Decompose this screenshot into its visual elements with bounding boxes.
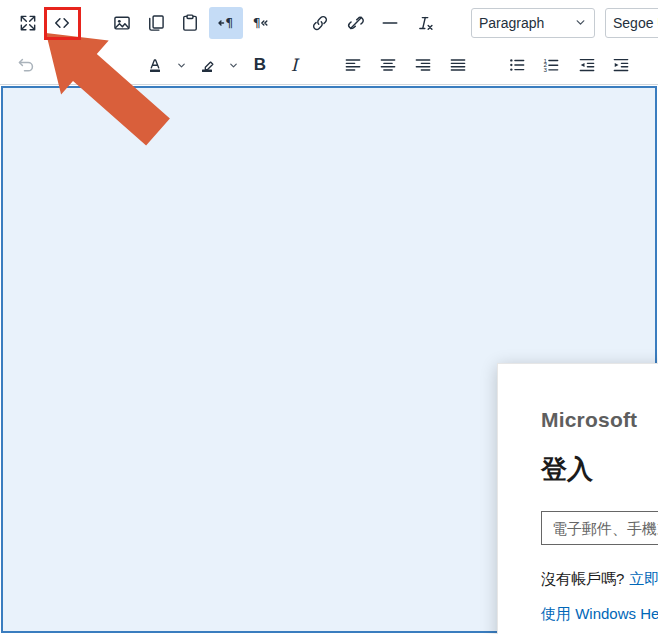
chevron-down-icon bbox=[574, 16, 587, 29]
text-color-icon bbox=[145, 55, 165, 75]
unlink-button[interactable] bbox=[339, 7, 373, 39]
bold-button[interactable]: B bbox=[243, 50, 277, 80]
bold-icon: B bbox=[254, 55, 266, 75]
chevron-down-icon bbox=[228, 60, 239, 71]
svg-text:¶: ¶ bbox=[225, 15, 233, 30]
fullscreen-button[interactable] bbox=[11, 7, 45, 39]
align-left-button[interactable] bbox=[335, 50, 370, 80]
highlight-color-button[interactable] bbox=[191, 50, 223, 80]
link-icon bbox=[310, 13, 330, 33]
align-right-button[interactable] bbox=[405, 50, 440, 80]
redo-button[interactable] bbox=[46, 50, 80, 80]
align-left-icon bbox=[343, 55, 363, 75]
redo-icon bbox=[53, 55, 73, 75]
paragraph-format-value: Paragraph bbox=[479, 15, 544, 31]
source-code-icon bbox=[52, 13, 72, 33]
font-family-select[interactable]: Segoe UI bbox=[605, 8, 658, 38]
unlink-icon bbox=[346, 13, 366, 33]
paragraph-rtl-icon: ¶ bbox=[250, 13, 270, 33]
horizontal-rule-button[interactable] bbox=[373, 7, 407, 39]
svg-text:3: 3 bbox=[544, 66, 548, 73]
italic-icon: I bbox=[291, 55, 298, 75]
highlight-color-icon bbox=[197, 55, 217, 75]
copy-icon bbox=[146, 13, 166, 33]
chevron-down-icon bbox=[176, 60, 187, 71]
numbered-list-icon: 1 2 3 bbox=[541, 55, 561, 75]
align-justify-icon bbox=[448, 55, 468, 75]
bullet-list-icon bbox=[507, 55, 527, 75]
insert-image-button[interactable] bbox=[105, 7, 139, 39]
align-right-icon bbox=[413, 55, 433, 75]
text-color-dropdown-button[interactable] bbox=[171, 50, 191, 80]
svg-text:¶: ¶ bbox=[253, 15, 261, 30]
clear-formatting-icon bbox=[414, 13, 434, 33]
microsoft-wordmark: Microsoft bbox=[541, 408, 658, 432]
paragraph-format-select[interactable]: Paragraph bbox=[471, 8, 595, 38]
clear-formatting-button[interactable] bbox=[407, 7, 441, 39]
image-icon bbox=[112, 13, 132, 33]
source-code-button[interactable] bbox=[45, 7, 79, 39]
paste-button[interactable] bbox=[173, 7, 207, 39]
undo-button[interactable] bbox=[10, 50, 44, 80]
font-family-value: Segoe UI bbox=[613, 15, 658, 31]
toolbar-row-2: B I bbox=[0, 45, 658, 85]
no-account-text: 沒有帳戶嗎? bbox=[541, 570, 624, 587]
text-color-button[interactable] bbox=[139, 50, 171, 80]
windows-hello-link[interactable]: 使用 Windows Hello 或安全性金鑰登入 bbox=[541, 605, 658, 624]
numbered-list-button[interactable]: 1 2 3 bbox=[534, 50, 568, 80]
outdent-button[interactable] bbox=[570, 50, 604, 80]
highlight-color-dropdown-button[interactable] bbox=[223, 50, 243, 80]
email-input[interactable] bbox=[541, 511, 658, 545]
editor-toolbar: ¶ ¶ bbox=[0, 0, 658, 85]
outdent-icon bbox=[577, 55, 597, 75]
text-color-split-button bbox=[139, 50, 191, 80]
italic-button[interactable]: I bbox=[277, 50, 311, 80]
paragraph-rtl-button[interactable]: ¶ bbox=[243, 7, 277, 39]
align-center-button[interactable] bbox=[370, 50, 405, 80]
no-account-row: 沒有帳戶嗎?立即建立一個！ bbox=[541, 570, 658, 589]
create-account-link[interactable]: 立即建立一個！ bbox=[629, 570, 658, 587]
fullscreen-icon bbox=[18, 13, 38, 33]
editor-window: ¶ ¶ bbox=[0, 0, 658, 634]
paragraph-ltr-button[interactable]: ¶ bbox=[209, 7, 243, 39]
paste-icon bbox=[180, 13, 200, 33]
indent-button[interactable] bbox=[604, 50, 638, 80]
copy-button[interactable] bbox=[139, 7, 173, 39]
indent-icon bbox=[611, 55, 631, 75]
align-justify-button[interactable] bbox=[440, 50, 475, 80]
undo-icon bbox=[17, 55, 37, 75]
paragraph-ltr-icon: ¶ bbox=[216, 13, 236, 33]
align-center-icon bbox=[378, 55, 398, 75]
toolbar-row-1: ¶ ¶ bbox=[0, 0, 658, 45]
signin-title: 登入 bbox=[541, 452, 658, 487]
insert-link-button[interactable] bbox=[303, 7, 337, 39]
highlight-color-split-button bbox=[191, 50, 243, 80]
signin-dialog: Microsoft 登入 沒有帳戶嗎?立即建立一個！ 使用 Windows He… bbox=[497, 363, 658, 634]
bullet-list-button[interactable] bbox=[500, 50, 534, 80]
horizontal-rule-icon bbox=[380, 13, 400, 33]
